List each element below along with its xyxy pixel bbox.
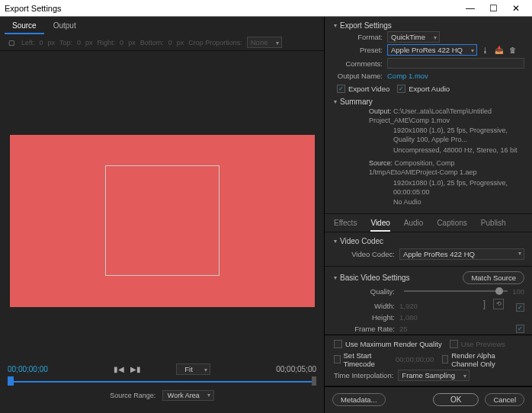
timecode-end: 00;00;05;00	[276, 365, 316, 373]
window-title: Export Settings	[5, 4, 62, 13]
crop-left-label: Left:	[21, 39, 35, 46]
cancel-button[interactable]: Cancel	[485, 393, 524, 406]
comments-input[interactable]	[387, 58, 524, 69]
metadata-button[interactable]: Metadata...	[332, 393, 386, 406]
zoom-fit-select[interactable]: Fit	[176, 363, 210, 375]
output-name-link[interactable]: Comp 1.mov	[387, 72, 428, 80]
preset-label: Preset:	[334, 46, 387, 54]
tab-source[interactable]: Source	[5, 18, 44, 34]
source-range-select[interactable]: Work Area	[162, 390, 214, 401]
step-back-icon[interactable]: ▮◀	[114, 365, 124, 373]
playhead-icon[interactable]	[8, 376, 14, 386]
max-render-quality-checkbox[interactable]: Use Maximum Render Quality	[334, 340, 442, 348]
right-panel: Export Settings Format: QuickTime Preset…	[325, 17, 532, 413]
import-preset-icon[interactable]: 📥	[494, 44, 505, 55]
summary-heading[interactable]: Summary	[334, 98, 524, 106]
quality-label: Quality:	[334, 287, 399, 296]
use-previews-checkbox: Use Previews	[450, 340, 505, 348]
video-codec-select[interactable]: Apple ProRes 422 HQ	[399, 248, 524, 260]
ok-button[interactable]: OK	[433, 393, 479, 406]
output-name-label: Output Name:	[334, 72, 387, 80]
export-settings-heading[interactable]: Export Settings	[334, 21, 524, 30]
maximize-button[interactable]: ☐	[482, 3, 505, 14]
quality-value: 100	[512, 287, 524, 296]
link-dimensions-icon: ]	[483, 299, 486, 309]
summary-output-audio: Uncompressed, 48000 Hz, Stereo, 16 bit	[393, 146, 524, 155]
time-interpolation-label: Time Interpolation:	[334, 371, 393, 379]
dimensions-match-checkbox[interactable]	[516, 303, 524, 312]
start-timecode-value: 00;00;00;00	[396, 355, 434, 363]
match-source-button[interactable]: Match Source	[463, 271, 524, 284]
crop-bottom-label: Bottom:	[140, 39, 164, 46]
save-preset-icon[interactable]: ⭳	[480, 44, 491, 55]
titlebar: Export Settings — ☐ ✕	[0, 0, 532, 17]
left-panel: Source Output ▢ Left:0 px Top:0 px Right…	[0, 17, 325, 413]
render-alpha-only-checkbox[interactable]: Render Alpha Channel Only	[442, 351, 517, 368]
comments-label: Comments:	[334, 59, 387, 68]
framerate-match-checkbox[interactable]	[516, 325, 524, 333]
format-select[interactable]: QuickTime	[387, 31, 440, 43]
framerate-value[interactable]: 25	[399, 325, 408, 333]
width-value[interactable]: 1,920	[399, 302, 418, 310]
preview-area	[0, 51, 324, 360]
close-button[interactable]: ✕	[505, 3, 527, 14]
height-label: Height:	[334, 313, 399, 322]
basic-video-heading[interactable]: Basic Video Settings	[334, 274, 463, 282]
link-dimensions-toggle[interactable]: ⟲	[493, 299, 504, 309]
height-value[interactable]: 1,080	[399, 313, 418, 322]
preview-canvas	[10, 135, 315, 307]
source-range-label: Source Range:	[110, 392, 155, 399]
video-codec-heading[interactable]: Video Codec	[334, 237, 524, 245]
timecode-start[interactable]: 00;00;00;00	[8, 365, 48, 373]
delete-preset-icon[interactable]: 🗑	[508, 44, 518, 55]
step-fwd-icon[interactable]: ▶▮	[130, 365, 141, 373]
width-label: Width:	[334, 302, 399, 310]
subtab-video[interactable]: Video	[370, 219, 389, 232]
crop-icon[interactable]: ▢	[6, 37, 17, 48]
timeline-slider[interactable]	[8, 376, 316, 386]
crop-top-label: Top:	[59, 39, 72, 46]
time-interpolation-select[interactable]: Frame Sampling	[398, 370, 470, 381]
crop-toolbar: ▢ Left:0 px Top:0 px Right:0 px Bottom:0…	[0, 34, 324, 51]
summary-source-audio: No Audio	[393, 198, 524, 207]
summary-output-video: 1920x1080 (1.0), 25 fps, Progressive, Qu…	[393, 126, 524, 144]
subtab-captions[interactable]: Captions	[437, 219, 466, 232]
crop-proportions-select[interactable]: None	[247, 37, 283, 48]
preset-select[interactable]: Apple ProRes 422 HQ	[387, 44, 477, 56]
tab-output[interactable]: Output	[46, 18, 84, 34]
subtab-effects[interactable]: Effects	[334, 219, 357, 232]
export-video-checkbox[interactable]: Export Video	[337, 85, 389, 93]
subtab-audio[interactable]: Audio	[404, 219, 424, 232]
safe-margin-box	[105, 165, 220, 276]
video-codec-label: Video Codec:	[334, 250, 399, 258]
crop-proportions-label: Crop Proportions:	[188, 39, 242, 46]
minimize-button[interactable]: —	[459, 3, 482, 14]
quality-slider[interactable]	[404, 287, 508, 295]
subtab-publish[interactable]: Publish	[481, 219, 506, 232]
set-start-timecode-checkbox[interactable]: Set Start Timecode	[334, 351, 388, 368]
format-label: Format:	[334, 33, 387, 41]
framerate-label: Frame Rate:	[334, 325, 399, 333]
summary-source-video: 1920x1080 (1.0), 25 fps, Progressive, 00…	[393, 179, 524, 197]
export-audio-checkbox[interactable]: Export Audio	[397, 85, 450, 93]
crop-right-label: Right:	[98, 39, 116, 46]
